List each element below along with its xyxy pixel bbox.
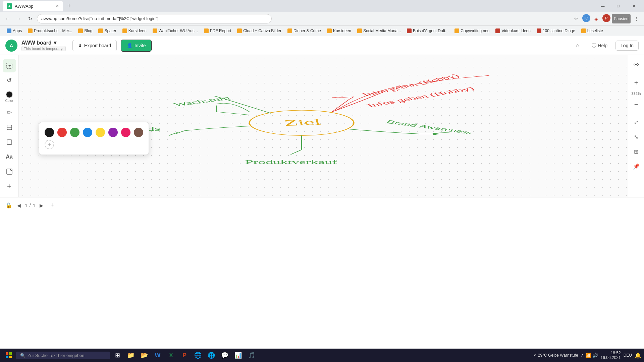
back-button[interactable]: ← [3,14,12,23]
invite-button[interactable]: 👤 Invite [121,40,152,52]
zoom-out-icon: − [634,101,638,108]
bookmark-leseliste-label: Leseliste [587,28,603,33]
bookmark-leseliste[interactable]: Leseliste [579,28,606,34]
color-green[interactable] [70,128,79,137]
minimize-button[interactable]: — [595,1,610,11]
tab-bar: A AWWApp ✕ + — □ ✕ [0,0,644,12]
add-page-button[interactable]: + [48,201,56,209]
taskbar-app3[interactable]: 📊 [232,349,244,361]
notification-button[interactable]: 🔔 [635,352,641,359]
taskbar-right-area: ☀ 29°C Gelbe Warnstufe ∧ 📶 🔊 18:52 16.06… [533,351,641,360]
bookmark-produktsuche[interactable]: Produktsuche - Mer... [25,28,75,34]
iq-icon[interactable]: IQ [582,14,590,22]
next-page-button[interactable]: ▶ [37,201,45,209]
zoom-in-button[interactable]: + [630,77,642,89]
home-button[interactable]: ⌂ [572,40,584,52]
pause-button[interactable]: Pausiert [612,14,631,23]
help-button[interactable]: ⓘ Help [588,41,611,51]
color-brown[interactable] [134,128,143,137]
eraser-tool-button[interactable] [3,121,16,134]
taskbar-file-explorer[interactable]: 📁 [125,349,137,361]
bookmark-blog[interactable]: Blog [75,28,95,34]
bookmark-bois-label: Bois d'Argent Duft... [413,28,448,33]
bookmark-dinner[interactable]: Dinner & Crime [285,28,324,34]
move-button[interactable]: ⤡ [630,131,642,143]
bookmark-kursideen1[interactable]: Kursideen [120,28,149,34]
bookmark-copywriting[interactable]: Copywriting neu [452,28,492,34]
fit-all-button[interactable]: ⊞ [630,145,642,158]
color-black[interactable] [45,128,54,137]
taskbar-word[interactable]: W [152,349,164,361]
color-pink[interactable] [121,128,130,137]
taskbar-file2[interactable]: 📂 [138,349,150,361]
bookmark-blog-label: Blog [84,28,92,33]
board-name-dropdown[interactable]: AWW board ▾ [21,40,66,46]
sticky-tool-button[interactable] [3,165,16,178]
bookmark-pdf[interactable]: PDF Report [201,28,234,34]
taskbar-edge[interactable]: 🌐 [205,349,217,361]
taskbar-app1[interactable]: 🌐 [192,349,204,361]
prev-page-button[interactable]: ◀ [15,201,23,209]
color-yellow[interactable] [96,128,105,137]
taskbar-spotify[interactable]: 🎵 [246,349,258,361]
taskbar-task-view[interactable]: ⊞ [111,349,123,361]
taskbar-app2[interactable]: 💬 [219,349,231,361]
select-tool-button[interactable] [3,59,16,72]
shape-tool-button[interactable] [3,135,16,149]
divider1 [631,74,641,74]
zoom-out-button[interactable]: − [630,98,642,110]
pen-tool-button[interactable]: ✏ [3,106,16,119]
color-blue[interactable] [83,128,92,137]
text-tool-button[interactable]: Aa [3,150,16,164]
bookmark-schone[interactable]: 100 schöne Dinge [534,28,578,34]
add-tool-button[interactable]: + [3,180,16,193]
canvas-area[interactable]: + Ziel Wachstum Leads Produktverkauf [19,55,628,197]
bookmark-videokurs[interactable]: Videokurs Ideen [493,28,533,34]
color-purple[interactable] [108,128,118,137]
bookmark-videokurs-label: Videokurs Ideen [501,28,531,33]
taskbar-excel[interactable]: X [165,349,177,361]
fit-screen-button[interactable]: ⤢ [630,116,642,128]
bookmark-wahlf[interactable]: Wahlfächer WU Aus... [150,28,201,34]
taskbar-search[interactable]: 🔍 Zur Suche Text hier eingeben [16,352,110,359]
bookmark-spater[interactable]: Später [96,28,119,34]
bookmark-star-icon[interactable]: ☆ [572,14,581,23]
login-button[interactable]: Log In [615,41,639,51]
export-board-button[interactable]: ⬇ Export board [72,40,117,51]
new-tab-button[interactable]: + [64,1,74,11]
color-red[interactable] [57,128,67,137]
pin-icon: 📌 [633,163,640,170]
system-tray-chevron[interactable]: ∧ [581,353,584,358]
bookmark-bois[interactable]: Bois d'Argent Duft... [404,28,451,34]
bookmark-kursideen2[interactable]: Kursideen [324,28,354,34]
undo-button[interactable]: ↺ [3,74,16,87]
main-content: ↺ Color ✏ Aa [0,55,644,197]
pin-button[interactable]: 📌 [630,160,642,172]
word-icon: W [155,352,161,359]
profile-icon[interactable]: P [602,14,610,22]
prev-icon: ◀ [17,203,21,208]
visibility-toggle-button[interactable]: 👁 [630,59,642,71]
page-separator: / [30,203,31,208]
maximize-button[interactable]: □ [610,1,626,11]
time-display: 18:52 [601,351,621,355]
taskbar-clock[interactable]: 18:52 16.06.2021 [601,351,621,360]
tab-close-button[interactable]: ✕ [56,4,59,8]
svg-text:Wachstum: Wachstum [172,95,232,108]
taskbar-powerpoint[interactable]: P [178,349,191,361]
svg-rect-14 [9,352,12,355]
windows-start-button[interactable] [3,349,15,361]
forward-button[interactable]: → [14,14,23,23]
bookmark-apps[interactable]: Apps [4,28,24,34]
browser-menu-button[interactable]: ⋮ [632,14,641,23]
address-bar[interactable]: awwapp.com/home?dis=["no-init-modal"]%2C… [37,14,272,23]
bookmark-cload[interactable]: Cload + Canva Bilder [234,28,284,34]
active-tab[interactable]: A AWWApp ✕ [3,1,63,11]
bookmark-social[interactable]: Social Media Mana... [355,28,404,34]
add-color-button[interactable]: + [45,140,54,149]
close-button[interactable]: ✕ [626,1,641,11]
bookmark-social-label: Social Media Mana... [363,28,401,33]
color-tool-button[interactable]: Color [3,88,16,105]
reload-button[interactable]: ↻ [25,14,35,23]
extension-icon[interactable]: ◈ [592,14,601,23]
